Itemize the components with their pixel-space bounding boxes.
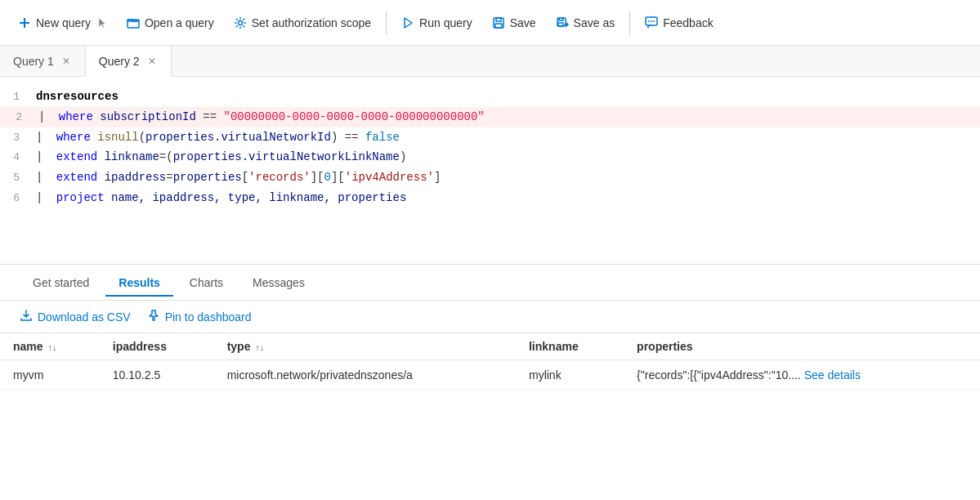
code-line-1: 1 dnsresources [0, 87, 980, 107]
folder-icon [127, 16, 140, 29]
tab-charts[interactable]: Charts [177, 270, 236, 296]
svg-rect-9 [559, 18, 563, 20]
code-line-3: 3 | where isnull(properties.virtualNetwo… [0, 127, 980, 148]
code-line-6: 6 | project name, ipaddress, type, linkn… [0, 188, 980, 208]
cursor-icon [97, 16, 107, 29]
svg-point-14 [653, 20, 655, 22]
tab-results[interactable]: Results [105, 270, 173, 296]
new-query-label: New query [36, 16, 91, 29]
col-header-ipaddress: ipaddress [100, 333, 214, 360]
download-csv-button[interactable]: Download as CSV [20, 309, 131, 324]
svg-point-13 [651, 20, 652, 22]
cell-properties: {"records":[{"ipv4Address":"10.... See d… [624, 360, 980, 391]
line-content-2: | where subscriptionId == "00000000-0000… [35, 108, 980, 126]
feedback-button[interactable]: Feedback [637, 11, 721, 34]
svg-point-3 [238, 20, 242, 25]
cell-ipaddress: 10.10.2.5 [100, 360, 214, 391]
save-as-label: Save as [574, 16, 615, 29]
toolbar-separator-2 [629, 11, 630, 34]
line-content-1: dnsresources [33, 87, 980, 105]
code-editor[interactable]: 1 dnsresources 2 | where subscriptionId … [0, 77, 980, 265]
line-content-4: | extend linkname=(properties.virtualNet… [33, 148, 980, 166]
toolbar: New query Open a query Set authorization… [0, 0, 980, 46]
tab-query2[interactable]: Query 2 ✕ [86, 46, 172, 77]
svg-rect-6 [496, 18, 501, 21]
line-number-5: 5 [0, 170, 33, 187]
run-query-button[interactable]: Run query [393, 11, 481, 34]
tab-results-label: Results [119, 276, 160, 289]
line-number-1: 1 [0, 89, 33, 106]
set-auth-label: Set authorization scope [252, 16, 371, 29]
results-table: name ↑↓ ipaddress type ↑↓ linkname prope [0, 333, 980, 391]
line-content-6: | project name, ipaddress, type, linknam… [33, 189, 980, 207]
result-tabs-bar: Get started Results Charts Messages [0, 265, 980, 301]
save-label: Save [510, 16, 536, 29]
col-header-name[interactable]: name ↑↓ [0, 333, 100, 360]
actions-bar: Download as CSV Pin to dashboard [0, 301, 980, 333]
tab-charts-label: Charts [190, 276, 223, 289]
feedback-label: Feedback [663, 16, 713, 29]
tab-messages-label: Messages [253, 276, 305, 289]
line-number-4: 4 [0, 150, 33, 167]
pin-icon [147, 309, 160, 324]
cell-name: myvm [0, 360, 100, 391]
sort-icon-name: ↑↓ [47, 342, 56, 352]
line-number-2: 2 [2, 109, 35, 127]
plus-icon [18, 16, 31, 29]
query-tabs-bar: Query 1 ✕ Query 2 ✕ [0, 46, 980, 77]
run-query-label: Run query [419, 16, 472, 29]
results-table-wrapper: name ↑↓ ipaddress type ↑↓ linkname prope [0, 333, 980, 500]
svg-rect-7 [495, 24, 502, 28]
col-header-linkname: linkname [516, 333, 624, 360]
col-header-type[interactable]: type ↑↓ [214, 333, 516, 360]
open-query-label: Open a query [145, 16, 214, 29]
code-line-2: 2 | where subscriptionId == "00000000-00… [0, 107, 980, 127]
tab-messages[interactable]: Messages [239, 270, 318, 296]
tab-query2-close[interactable]: ✕ [146, 55, 158, 68]
tab-get-started-label: Get started [33, 276, 89, 289]
cell-linkname: mylink [516, 360, 624, 391]
download-icon [20, 309, 33, 324]
save-as-icon [556, 16, 569, 29]
code-line-5: 5 | extend ipaddress=properties['records… [0, 167, 980, 188]
tab-query1-label: Query 1 [13, 55, 54, 68]
tab-query1-close[interactable]: ✕ [60, 55, 72, 68]
col-header-properties: properties [624, 333, 980, 360]
download-csv-label: Download as CSV [38, 310, 131, 324]
save-icon [492, 16, 505, 29]
run-icon [401, 16, 414, 29]
line-content-5: | extend ipaddress=properties['records']… [33, 168, 980, 186]
svg-point-12 [648, 20, 650, 22]
table-header-row: name ↑↓ ipaddress type ↑↓ linkname prope [0, 333, 980, 360]
tab-get-started[interactable]: Get started [20, 270, 102, 296]
pin-dashboard-button[interactable]: Pin to dashboard [147, 309, 252, 324]
save-button[interactable]: Save [484, 11, 544, 34]
table-row: myvm 10.10.2.5 microsoft.network/private… [0, 360, 980, 391]
open-query-button[interactable]: Open a query [119, 11, 222, 34]
feedback-icon [645, 16, 658, 29]
new-query-button[interactable]: New query [10, 11, 115, 34]
pin-dashboard-label: Pin to dashboard [165, 310, 252, 324]
svg-marker-4 [405, 18, 412, 28]
results-panel: Get started Results Charts Messages Down… [0, 265, 980, 500]
tab-query1[interactable]: Query 1 ✕ [0, 46, 86, 77]
see-details-link[interactable]: See details [804, 368, 861, 382]
cell-type: microsoft.network/privatednszones/a [214, 360, 516, 391]
toolbar-separator-1 [386, 11, 387, 34]
sort-icon-type: ↑↓ [255, 342, 264, 352]
save-as-button[interactable]: Save as [548, 11, 624, 34]
code-line-4: 4 | extend linkname=(properties.virtualN… [0, 147, 980, 167]
line-content-3: | where isnull(properties.virtualNetwork… [33, 128, 980, 146]
gear-icon [234, 16, 247, 29]
line-number-3: 3 [0, 130, 33, 147]
line-number-6: 6 [0, 190, 33, 208]
tab-query2-label: Query 2 [99, 55, 140, 68]
properties-truncated: {"records":[{"ipv4Address":"10.... [637, 368, 801, 382]
set-auth-button[interactable]: Set authorization scope [226, 11, 379, 34]
svg-rect-10 [558, 23, 563, 26]
